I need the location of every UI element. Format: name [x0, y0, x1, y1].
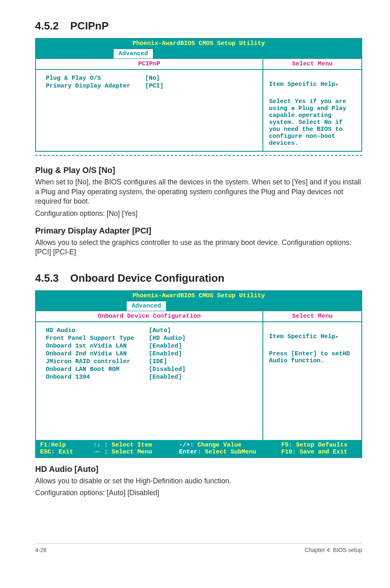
bios-keyhint-footer: F1:Help ESC: Exit ↑↓ : Select Item →← : …	[36, 440, 361, 457]
bios-help-pane: Item Specific Help Press [Enter] to setH…	[263, 322, 361, 440]
setting-row: Primary Display Adapter [PCI]	[46, 83, 167, 90]
keyhint: ESC: Exit	[40, 449, 93, 456]
subheading-primary-display: Primary Display Adapter [PCI]	[35, 226, 362, 236]
setting-row: Plug & Play O/S [No]	[46, 75, 167, 82]
chapter-label: Chapter 4: BIOS setup	[305, 547, 362, 553]
setting-label: Front Panel Support Type	[46, 335, 137, 342]
setting-value: [Enabled]	[138, 343, 189, 350]
bios-header-row: PCIPnP Select Menu	[36, 58, 361, 69]
keyhint: F1:Help	[40, 442, 93, 449]
setting-label: Primary Display Adapter	[46, 83, 134, 90]
setting-row: Onboard 1394[Enabled]	[46, 374, 189, 381]
section-4-5-3-heading: 4.5.3Onboard Device Configuration	[35, 272, 362, 285]
setting-value: [No]	[134, 75, 167, 82]
setting-value: [Enabled]	[138, 374, 189, 381]
setting-label: HD Audio	[46, 327, 137, 334]
bios-header-row: Onboard Device Configuration Select Menu	[36, 310, 361, 321]
bios-pane-title: Onboard Device Configuration	[36, 311, 263, 321]
subheading-hd-audio: HD Audio [Auto]	[35, 465, 362, 474]
paragraph: Configuration options: [No] [Yes]	[35, 209, 362, 219]
help-heading: Item Specific Help	[269, 81, 339, 88]
paragraph: When set to [No], the BIOS configures al…	[35, 177, 362, 206]
bios-help-title-header: Select Menu	[263, 311, 361, 321]
setting-label: Plug & Play O/S	[46, 75, 134, 82]
setting-row: Onboard 1st nVidia LAN[Enabled]	[46, 343, 189, 350]
setting-label: JMicron RAID controller	[46, 358, 137, 365]
keyhint: →← : Select Menu	[93, 449, 179, 456]
bios-settings-list: Plug & Play O/S [No] Primary Display Ada…	[36, 70, 263, 151]
bios-tab-advanced: Advanced	[127, 301, 166, 311]
bios-body: Plug & Play O/S [No] Primary Display Ada…	[36, 69, 361, 151]
keyhint: Enter: Select SubMenu	[179, 449, 281, 456]
bios-settings-list: HD Audio[Auto] Front Panel Support Type[…	[36, 322, 263, 440]
section-number: 4.5.3	[35, 272, 59, 285]
paragraph: Configuration options: [Auto] [Disabled]	[35, 488, 362, 498]
setting-row: JMicron RAID controller[IDE]	[46, 358, 189, 365]
bios-tab-row: Advanced	[36, 48, 361, 58]
setting-row: HD Audio[Auto]	[46, 327, 189, 334]
paragraph: Allows you to select the graphics contro…	[35, 238, 362, 257]
bios-help-title-header: Select Menu	[263, 59, 361, 69]
setting-value: [Enabled]	[138, 350, 189, 357]
keyhint: ↑↓ : Select Item	[93, 442, 179, 449]
dashed-separator	[35, 155, 362, 156]
setting-value: [PCI]	[134, 83, 167, 90]
bios-panel-onboard: Phoenix-AwardBIOS CMOS Setup Utility Adv…	[35, 290, 362, 458]
section-number: 4.5.2	[35, 20, 59, 32]
setting-label: Onboard 1394	[46, 374, 137, 381]
setting-label: Onboard LAN Boot ROM	[46, 366, 137, 373]
bios-body: HD Audio[Auto] Front Panel Support Type[…	[36, 321, 361, 440]
page-footer: 4-26 Chapter 4: BIOS setup	[35, 543, 362, 553]
section-title: Onboard Device Configuration	[70, 272, 224, 284]
keyhint: F10: Save and Exit	[281, 449, 357, 456]
setting-value: [Disabled]	[138, 366, 189, 373]
setting-value: [HD Audio]	[138, 335, 189, 342]
help-body: Press [Enter] to setHD Audio function.	[269, 350, 350, 364]
bios-pane-title: PCIPnP	[36, 59, 263, 69]
subheading-plug-and-play: Plug & Play O/S [No]	[35, 166, 362, 175]
section-4-5-2-heading: 4.5.2PCIPnP	[35, 20, 362, 32]
bios-panel-pcipnp: Phoenix-AwardBIOS CMOS Setup Utility Adv…	[35, 38, 362, 152]
setting-row: Onboard 2nd nVidia LAN[Enabled]	[46, 350, 189, 357]
paragraph: Allows you to disable or set the High-De…	[35, 476, 362, 486]
bios-tab-row: Advanced	[36, 301, 361, 310]
bios-title: Phoenix-AwardBIOS CMOS Setup Utility	[36, 39, 361, 48]
bios-title: Phoenix-AwardBIOS CMOS Setup Utility	[36, 291, 361, 301]
keyhint: F5: Setup Defaults	[281, 442, 357, 449]
setting-label: Onboard 1st nVidia LAN	[46, 343, 137, 350]
page-number: 4-26	[35, 547, 47, 553]
setting-label: Onboard 2nd nVidia LAN	[46, 350, 137, 357]
setting-row: Front Panel Support Type[HD Audio]	[46, 335, 189, 342]
bios-help-pane: Item Specific Help Select Yes if you are…	[263, 70, 361, 151]
section-title: PCIPnP	[70, 20, 109, 32]
help-heading: Item Specific Help	[269, 333, 339, 340]
keyhint: -/+: Change Value	[179, 442, 281, 449]
help-body: Select Yes if you are using a Plug and P…	[269, 98, 346, 147]
setting-value: [Auto]	[138, 327, 189, 334]
bios-tab-advanced: Advanced	[114, 48, 153, 58]
setting-row: Onboard LAN Boot ROM[Disabled]	[46, 366, 189, 373]
setting-value: [IDE]	[138, 358, 189, 365]
